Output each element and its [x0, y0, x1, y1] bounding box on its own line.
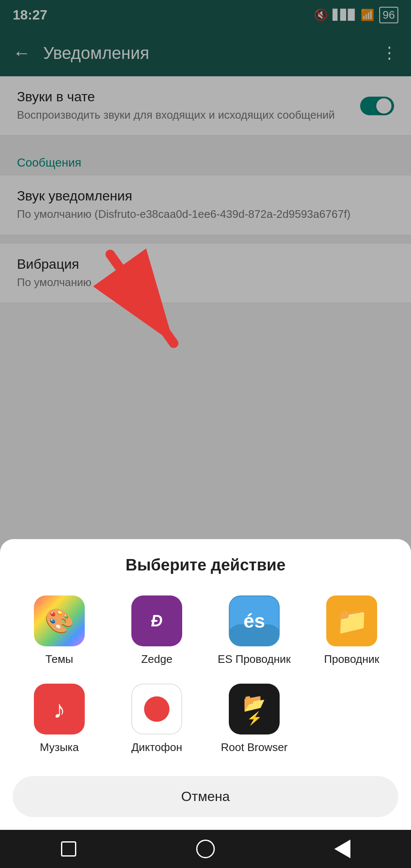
explorer-icon: 📁	[326, 595, 377, 646]
bottom-sheet-title: Выберите действие	[13, 556, 398, 574]
nav-back-button[interactable]	[330, 836, 355, 862]
apps-grid: 🎨 Темы Ð Zedge és ES Проводник 📁 Пр	[13, 591, 398, 759]
nav-home-icon	[196, 840, 215, 858]
zedge-icon: Ð	[131, 595, 182, 646]
app-item-themes[interactable]: 🎨 Темы	[13, 591, 106, 671]
recorder-icon	[131, 684, 182, 734]
bottom-sheet: Выберите действие 🎨 Темы Ð Zedge és ES П…	[0, 539, 411, 830]
rootbrowser-icon: 📂 ⚡	[229, 684, 280, 734]
rootbrowser-label: Root Browser	[221, 740, 288, 755]
app-item-recorder[interactable]: Диктофон	[110, 679, 203, 759]
nav-bar	[0, 830, 411, 868]
rootbrowser-bolt-icon: ⚡	[247, 711, 262, 726]
nav-home-button[interactable]	[193, 836, 218, 862]
themes-icon: 🎨	[34, 595, 85, 646]
cancel-button[interactable]: Отмена	[13, 776, 398, 817]
app-item-rootbrowser[interactable]: 📂 ⚡ Root Browser	[208, 679, 301, 759]
music-label: Музыка	[40, 740, 79, 755]
app-item-zedge[interactable]: Ð Zedge	[110, 591, 203, 671]
zedge-label: Zedge	[141, 652, 172, 667]
music-icon: ♪	[34, 684, 85, 734]
rootbrowser-folder-icon: 📂	[243, 693, 265, 713]
nav-back-icon	[334, 840, 350, 858]
app-item-explorer[interactable]: 📁 Проводник	[305, 591, 398, 671]
explorer-folder-icon: 📁	[336, 606, 368, 636]
nav-recent-button[interactable]	[56, 836, 81, 862]
recorder-dot	[144, 696, 169, 722]
app-item-es[interactable]: és ES Проводник	[208, 591, 301, 671]
music-note-icon: ♪	[53, 695, 66, 723]
es-icon: és	[229, 595, 280, 646]
themes-label: Темы	[45, 652, 73, 667]
es-label: ES Проводник	[218, 652, 291, 667]
nav-square-icon	[61, 841, 76, 857]
zedge-logo-text: Ð	[151, 612, 162, 630]
themes-brush-icon: 🎨	[44, 607, 74, 635]
app-item-music[interactable]: ♪ Музыка	[13, 679, 106, 759]
recorder-label: Диктофон	[131, 740, 182, 755]
explorer-label: Проводник	[324, 652, 379, 667]
es-logo-text: és	[243, 609, 265, 632]
